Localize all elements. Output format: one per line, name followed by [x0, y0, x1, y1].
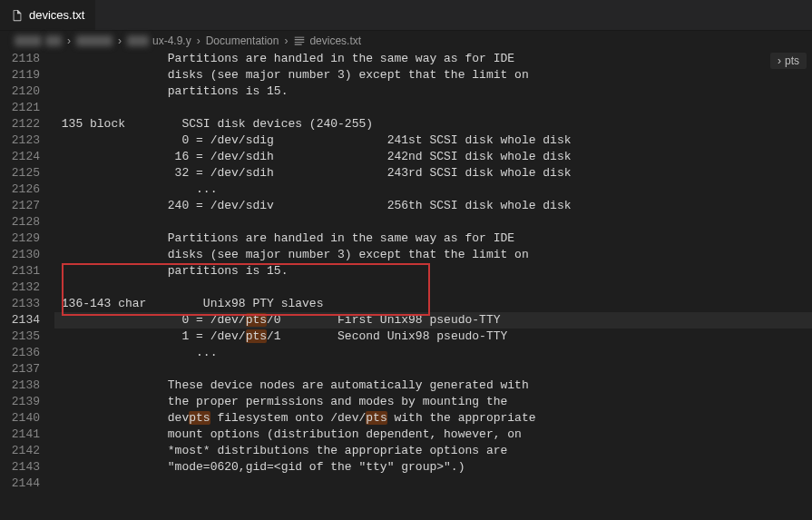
search-highlight: pts — [246, 329, 267, 343]
minimap-breadcrumb-label: pts — [785, 54, 799, 67]
code-line[interactable]: 0 = /dev/sdig 241st SCSI disk whole disk — [54, 132, 812, 149]
tab-filename: devices.txt — [29, 8, 84, 22]
line-number: 2129 — [12, 231, 40, 245]
chevron-right-icon: › — [116, 34, 123, 47]
code-line[interactable]: 135 block SCSI disk devices (240-255) — [54, 116, 812, 132]
line-number: 2133 — [12, 297, 40, 310]
line-number: 2142 — [12, 444, 40, 457]
code-line[interactable]: These device nodes are automatically gen… — [54, 378, 812, 394]
line-number: 2121 — [12, 101, 40, 114]
tab-bar: devices.txt — [0, 0, 812, 31]
search-highlight: pts — [189, 411, 210, 425]
code-line[interactable]: ... — [54, 182, 812, 198]
breadcrumb-blurred-3 — [76, 35, 113, 46]
code-content[interactable]: Partitions are handled in the same way a… — [54, 51, 812, 520]
code-line[interactable]: partitions is 15. — [54, 83, 812, 100]
line-number: 2118 — [12, 52, 40, 65]
line-number: 2144 — [12, 476, 40, 490]
editor-tab[interactable]: devices.txt — [0, 0, 96, 30]
line-number: 2136 — [12, 346, 40, 359]
line-number: 2140 — [12, 411, 40, 425]
breadcrumb-blurred-1 — [15, 35, 42, 46]
breadcrumb-blurred-2 — [45, 35, 62, 46]
code-line[interactable]: 136-143 char Unix98 PTY slaves — [54, 296, 812, 312]
vertical-scrollbar[interactable] — [801, 51, 812, 520]
file-icon — [11, 9, 24, 22]
line-number: 2123 — [12, 133, 40, 147]
chevron-right-icon: › — [65, 34, 73, 47]
code-line[interactable] — [54, 100, 812, 116]
code-line[interactable]: devpts filesystem onto /dev/pts with the… — [54, 410, 812, 427]
chevron-right-icon: › — [282, 34, 289, 47]
code-line[interactable]: 240 = /dev/sdiv 256th SCSI disk whole di… — [54, 198, 812, 214]
line-number: 2126 — [12, 182, 40, 196]
editor-area[interactable]: 2118211921202121212221232124212521262127… — [0, 51, 812, 520]
line-number: 2137 — [12, 362, 40, 376]
line-number: 2132 — [12, 280, 40, 294]
code-line[interactable]: 32 = /dev/sdih 243rd SCSI disk whole dis… — [54, 165, 812, 182]
breadcrumb-seg[interactable]: devices.txt — [309, 34, 361, 47]
chevron-right-icon: › — [778, 54, 781, 67]
line-number-gutter: 2118211921202121212221232124212521262127… — [0, 51, 54, 520]
line-number: 2119 — [12, 68, 40, 82]
code-line[interactable]: *most* distributions the appropriate opt… — [54, 443, 812, 459]
code-line[interactable]: disks (see major number 3) except that t… — [54, 67, 812, 83]
chevron-right-icon: › — [195, 34, 202, 47]
search-highlight: pts — [246, 313, 267, 327]
code-line[interactable]: Partitions are handled in the same way a… — [54, 231, 812, 247]
breadcrumb-seg[interactable]: Documentation — [206, 34, 279, 47]
code-line[interactable]: the proper permissions and modes by moun… — [54, 394, 812, 410]
line-number: 2125 — [12, 166, 40, 180]
code-line[interactable]: partitions is 15. — [54, 263, 812, 280]
code-line[interactable] — [54, 214, 812, 231]
code-line[interactable] — [54, 476, 812, 492]
line-number: 2128 — [12, 215, 40, 229]
code-line[interactable]: mount options (distribution dependent, h… — [54, 427, 812, 443]
code-line[interactable]: "mode=0620,gid=<gid of the "tty" group>"… — [54, 459, 812, 476]
code-line[interactable] — [54, 280, 812, 296]
line-number: 2130 — [12, 248, 40, 261]
code-line[interactable]: ... — [54, 345, 812, 361]
line-number: 2134 — [12, 313, 40, 327]
file-icon — [293, 34, 306, 47]
code-line[interactable]: 0 = /dev/pts/0 First Unix98 pseudo-TTY — [54, 312, 812, 329]
line-number: 2122 — [12, 117, 40, 131]
code-line[interactable]: 1 = /dev/pts/1 Second Unix98 pseudo-TTY — [54, 329, 812, 345]
line-number: 2143 — [12, 460, 40, 474]
line-number: 2127 — [12, 199, 40, 212]
line-number: 2135 — [12, 329, 40, 343]
code-line[interactable] — [54, 361, 812, 378]
line-number: 2131 — [12, 264, 40, 278]
code-line[interactable]: disks (see major number 3) except that t… — [54, 247, 812, 263]
search-highlight: pts — [366, 411, 386, 425]
line-number: 2138 — [12, 378, 40, 392]
breadcrumb-blurred-4 — [127, 35, 149, 46]
code-line[interactable]: Partitions are handled in the same way a… — [54, 51, 812, 67]
code-line[interactable]: 16 = /dev/sdih 242nd SCSI disk whole dis… — [54, 149, 812, 165]
line-number: 2120 — [12, 84, 40, 98]
breadcrumb[interactable]: › › ux-4.9.y › Documentation › devices.t… — [0, 31, 812, 51]
line-number: 2139 — [12, 395, 40, 408]
line-number: 2124 — [12, 150, 40, 163]
breadcrumb-seg[interactable]: ux-4.9.y — [152, 34, 191, 47]
line-number: 2141 — [12, 427, 40, 441]
